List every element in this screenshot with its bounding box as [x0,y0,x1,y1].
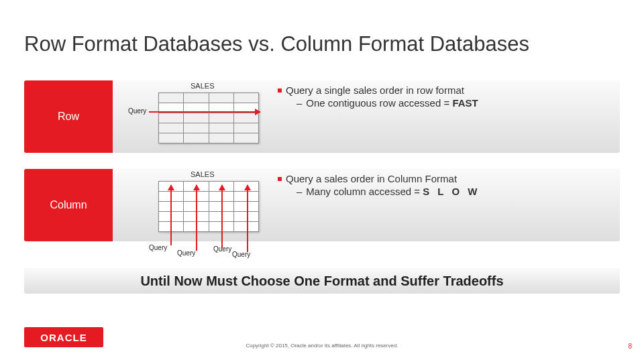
conclusion-bar: Until Now Must Choose One Format and Suf… [24,268,620,294]
col-slow: S L O W [423,186,480,197]
col-table-title: SALES [191,170,214,178]
bullet-icon [278,177,282,181]
bullet-icon [278,88,282,93]
row-mini-table [158,93,259,143]
col-q4: Query [232,251,250,258]
slide-title: Row Format Databases vs. Column Format D… [24,32,529,56]
col-sub-text: Many column accessed = [306,186,420,197]
col-arrow-icon [196,185,197,251]
slide: Row Format Databases vs. Column Format D… [0,0,644,362]
row-sub-text: One contiguous row accessed = [306,97,449,109]
col-bullet-text: Query a sales order in Column Format [286,173,457,184]
row-arrow-icon [149,111,260,113]
column-label: Column [24,169,113,241]
row-bullet-text: Query a single sales order in row format [286,84,464,96]
col-q1: Query [149,244,167,251]
col-arrow-icon [247,185,248,252]
row-fast: FAST [452,97,478,109]
col-bullets: Query a sales order in Column Format –Ma… [278,173,613,197]
col-q3: Query [213,245,231,253]
row-bullets: Query a single sales order in row format… [278,84,613,109]
col-arrow-icon [221,185,223,248]
row-section: Row SALES Query Query a single sales ord… [24,80,620,153]
row-label: Row [24,80,113,153]
row-query-label: Query [128,107,146,115]
row-table-title: SALES [191,82,214,90]
col-q2: Query [177,249,195,257]
page-number: 8 [628,343,632,350]
column-section: Column SALES Query Query Query Query Que… [24,169,620,241]
copyright-text: Copyright © 2015, Oracle and/or its affi… [0,343,644,349]
col-arrow-icon [170,185,172,245]
